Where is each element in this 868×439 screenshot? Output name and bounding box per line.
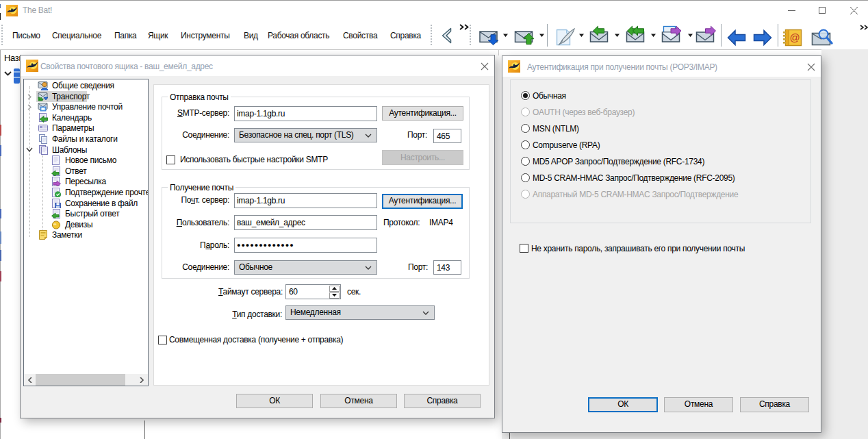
svg-text:@: @ xyxy=(790,32,800,43)
